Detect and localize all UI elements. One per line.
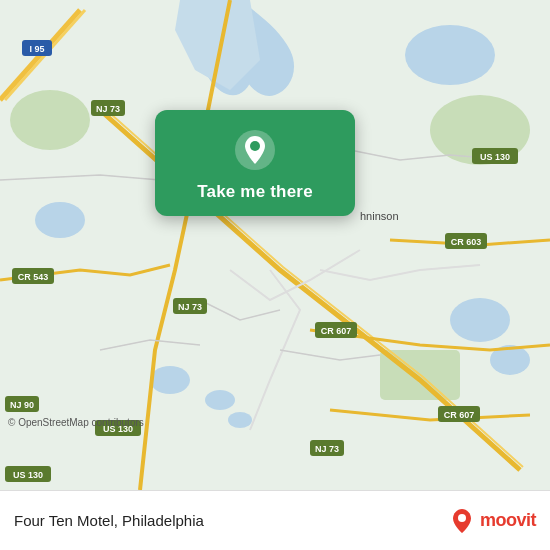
svg-text:hninson: hninson [360,210,399,222]
svg-point-38 [458,514,466,522]
svg-text:NJ 73: NJ 73 [315,444,339,454]
svg-point-1 [405,25,495,85]
svg-text:CR 607: CR 607 [321,326,352,336]
location-name: Four Ten Motel, Philadelphia [14,512,440,529]
moovit-logo: moovit [448,507,536,535]
svg-point-5 [150,366,190,394]
take-me-there-label: Take me there [197,182,313,202]
moovit-brand-label: moovit [480,510,536,531]
svg-text:CR 607: CR 607 [444,410,475,420]
svg-point-6 [205,390,235,410]
svg-point-37 [250,141,260,151]
svg-text:US 130: US 130 [13,470,43,480]
svg-text:I 95: I 95 [29,44,44,54]
svg-text:CR 543: CR 543 [18,272,49,282]
take-me-there-button[interactable]: Take me there [155,110,355,216]
map-container: I 95 NJ 73 NJ 73 NJ 73 CR 543 CR 603 CR … [0,0,550,490]
svg-text:US 130: US 130 [480,152,510,162]
svg-text:NJ 90: NJ 90 [10,400,34,410]
svg-point-4 [35,202,85,238]
bottom-bar: Four Ten Motel, Philadelphia moovit [0,490,550,550]
svg-text:NJ 73: NJ 73 [178,302,202,312]
svg-point-2 [450,298,510,342]
svg-point-7 [228,412,252,428]
svg-point-10 [10,90,90,150]
svg-text:CR 603: CR 603 [451,237,482,247]
map-attribution: © OpenStreetMap contributors [8,417,144,428]
moovit-pin-icon [448,507,476,535]
location-pin-icon [233,128,277,172]
svg-text:NJ 73: NJ 73 [96,104,120,114]
